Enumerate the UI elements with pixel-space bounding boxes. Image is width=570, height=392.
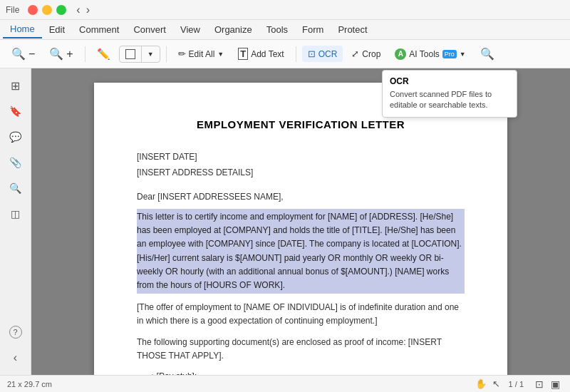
divider-2 <box>166 46 167 62</box>
rect-icon <box>125 49 135 59</box>
ocr-button[interactable]: ⊡ OCR <box>302 46 343 62</box>
doc-dimensions: 21 x 29.7 cm <box>7 380 52 388</box>
view-toggle-button[interactable]: ▣ <box>548 378 563 390</box>
add-text-icon: T <box>238 48 248 60</box>
zoom-in-button[interactable]: 🔍 + <box>43 44 78 63</box>
menu-organize[interactable]: Organize <box>207 21 259 38</box>
add-text-button[interactable]: T Add Text <box>232 45 289 63</box>
ai-tools-icon: A <box>395 48 406 60</box>
ai-tools-button[interactable]: A AI Tools Pro ▼ <box>389 46 471 63</box>
menu-form[interactable]: Form <box>295 21 331 38</box>
status-icons: ✋ ↖ <box>475 378 500 389</box>
menu-tools[interactable]: Tools <box>259 21 295 38</box>
chevron-left-icon: ‹ <box>14 351 17 364</box>
doc-salutation: Dear [INSERT ADDRESSEES NAME], <box>137 192 465 202</box>
menu-protect[interactable]: Protect <box>331 21 374 38</box>
doc-field-address: [INSERT ADDRESS DETAILS] <box>137 167 465 177</box>
menu-bar: Home Edit Comment Convert View Organize … <box>0 20 570 40</box>
ocr-tooltip-title: OCR <box>390 76 509 86</box>
zoom-out-button[interactable]: 🔍 − <box>6 44 41 63</box>
doc-field-date: [INSERT DATE] <box>137 152 465 162</box>
zoom-out-label: − <box>28 48 35 61</box>
search-icon: 🔍 <box>480 47 494 61</box>
document-title: EMPLOYMENT VERIFICATION LETTER <box>137 118 465 130</box>
sidebar-bookmark-button[interactable]: 🔖 <box>4 100 27 123</box>
sidebar-help-button[interactable]: ? <box>4 321 27 344</box>
menu-home[interactable]: Home <box>3 21 42 38</box>
pages-icon: ⊞ <box>11 79 20 93</box>
help-icon: ? <box>9 326 22 339</box>
ocr-tooltip-desc: Convert scanned PDF files to editable or… <box>390 89 509 111</box>
crop-icon: ⤢ <box>351 48 359 59</box>
sidebar-layers-button[interactable]: ◫ <box>4 202 27 225</box>
status-bar: 21 x 29.7 cm ✋ ↖ 1 / 1 ⊡ ▣ <box>0 375 570 392</box>
sidebar-pages-button[interactable]: ⊞ <box>4 74 27 97</box>
comment-icon: 💬 <box>9 131 21 143</box>
file-label[interactable]: File <box>6 5 19 15</box>
bookmark-icon: 🔖 <box>9 105 21 117</box>
ocr-tooltip: OCR Convert scanned PDF files to editabl… <box>382 70 517 118</box>
pen-icon: ✏️ <box>97 48 110 61</box>
pointer-icon[interactable]: ↖ <box>492 378 500 389</box>
doc-highlighted-text: This letter is to certify income and emp… <box>137 209 465 294</box>
close-button[interactable] <box>28 5 38 15</box>
sidebar-collapse-button[interactable]: ‹ <box>4 346 27 369</box>
maximize-button[interactable] <box>56 5 66 15</box>
divider-3 <box>296 46 296 62</box>
attachment-icon: 📎 <box>9 157 21 168</box>
doc-paragraph-1: [The offer of employment to [NAME OF IND… <box>137 301 465 328</box>
doc-paragraph-2: The following supporting document(s) are… <box>137 336 465 363</box>
hand-tool-icon[interactable]: ✋ <box>475 378 487 389</box>
pen-button[interactable]: ✏️ <box>91 45 116 63</box>
zoom-in-icon: 🔍 <box>49 47 63 61</box>
sidebar: ⊞ 🔖 💬 📎 🔍 ◫ ? ‹ <box>0 68 31 375</box>
sidebar-comment-button[interactable]: 💬 <box>4 125 27 148</box>
add-text-label: Add Text <box>251 49 284 59</box>
menu-edit[interactable]: Edit <box>42 21 72 38</box>
pdf-page: EMPLOYMENT VERIFICATION LETTER [INSERT D… <box>94 83 507 375</box>
status-bar-right: ✋ ↖ 1 / 1 ⊡ ▣ <box>475 378 563 390</box>
crop-label: Crop <box>362 49 380 59</box>
ai-tools-badge: Pro <box>442 50 457 58</box>
edit-all-icon: ✏ <box>178 48 186 59</box>
rect-button[interactable] <box>120 46 142 62</box>
layers-icon: ◫ <box>11 208 20 220</box>
doc-bullet-1: • [Pay stub]; <box>151 370 465 375</box>
back-button[interactable]: ‹ <box>75 4 81 16</box>
divider-1 <box>85 46 86 62</box>
ocr-icon: ⊡ <box>308 48 316 59</box>
zoom-out-icon: 🔍 <box>11 47 26 61</box>
toolbar: 🔍 − 🔍 + ✏️ ▼ ✏ Edit All ▼ T Add Text ⊡ O… <box>0 40 570 68</box>
page-info: 1 / 1 <box>509 380 524 388</box>
crop-button[interactable]: ⤢ Crop <box>346 46 386 62</box>
menu-convert[interactable]: Convert <box>126 21 173 38</box>
forward-button[interactable]: › <box>85 4 91 16</box>
edit-all-label: Edit All <box>189 49 215 59</box>
menu-comment[interactable]: Comment <box>72 21 126 38</box>
view-controls: ⊡ ▣ <box>532 378 563 390</box>
title-bar: File ‹ › <box>0 0 570 20</box>
sidebar-search-button[interactable]: 🔍 <box>4 177 27 200</box>
ocr-label: OCR <box>318 49 338 59</box>
zoom-in-label: + <box>66 48 73 61</box>
rect-group: ▼ <box>119 46 160 63</box>
ai-tools-label: AI Tools <box>409 49 439 59</box>
rect-dropdown-icon: ▼ <box>147 51 154 58</box>
sidebar-search-icon: 🔍 <box>9 182 21 194</box>
ai-tools-dropdown-icon: ▼ <box>460 51 466 58</box>
menu-view[interactable]: View <box>173 21 207 38</box>
sidebar-attachment-button[interactable]: 📎 <box>4 151 27 174</box>
minimize-button[interactable] <box>42 5 52 15</box>
search-button[interactable]: 🔍 <box>475 44 500 63</box>
rect-dropdown-button[interactable]: ▼ <box>142 48 160 61</box>
edit-all-button[interactable]: ✏ Edit All ▼ <box>172 46 230 62</box>
edit-all-dropdown-icon: ▼ <box>217 51 224 58</box>
fit-page-button[interactable]: ⊡ <box>532 378 546 390</box>
